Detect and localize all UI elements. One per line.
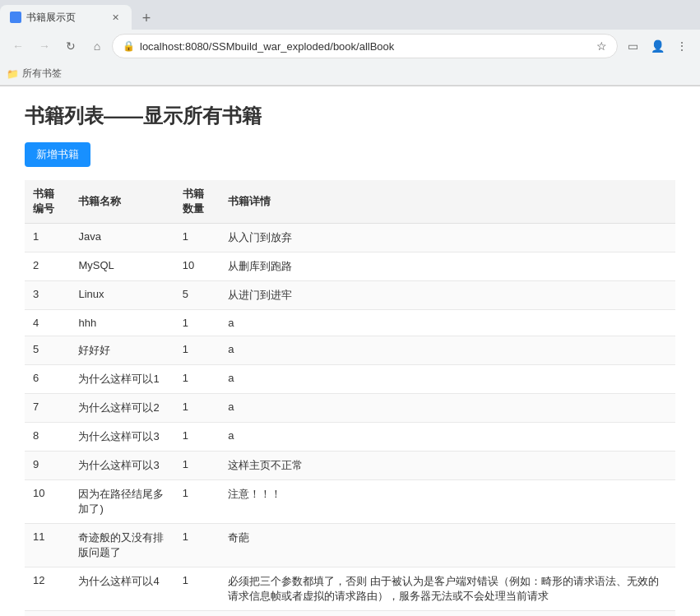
table-row: 2MySQL10从删库到跑路 xyxy=(25,252,675,281)
col-header-id: 书籍编号 xyxy=(25,180,70,224)
table-body: 1Java1从入门到放弃2MySQL10从删库到跑路3Linux5从进门到进牢4… xyxy=(25,224,675,617)
cell-count: 1 xyxy=(174,567,220,611)
back-button[interactable]: ← xyxy=(7,35,30,58)
cell-name: 为什么这样可以2 xyxy=(70,394,174,423)
cell-count: 5 xyxy=(174,281,220,310)
table-row: 9为什么这样可以31这样主页不正常 xyxy=(25,452,675,480)
table-row: 3Linux5从进门到进牢 xyxy=(25,281,675,310)
cell-detail: 奇葩 xyxy=(220,524,675,567)
cell-detail: a xyxy=(220,394,675,423)
url-input[interactable] xyxy=(140,40,591,53)
bookmark-bar: 📁 所有书签 xyxy=(0,63,700,86)
cell-detail: 从删库到跑路 xyxy=(220,252,675,281)
header-row: 书籍编号 书籍名称 书籍数量 书籍详情 xyxy=(25,180,675,224)
folder-icon: 📁 xyxy=(7,68,19,80)
table-row: 6为什么这样可以11a xyxy=(25,365,675,394)
cell-id: 13 xyxy=(25,611,70,617)
active-tab[interactable]: 书籍展示页 ✕ xyxy=(0,5,132,30)
home-button[interactable]: ⌂ xyxy=(86,35,109,58)
cell-id: 11 xyxy=(25,524,70,567)
table-row: 11奇迹般的又没有排版问题了1奇葩 xyxy=(25,524,675,567)
table-row: 138:521可以的 xyxy=(25,611,675,617)
cell-detail: 可以的 xyxy=(220,611,675,617)
cell-count: 1 xyxy=(174,480,220,524)
books-table: 书籍编号 书籍名称 书籍数量 书籍详情 1Java1从入门到放弃2MySQL10… xyxy=(25,180,675,616)
table-header: 书籍编号 书籍名称 书籍数量 书籍详情 xyxy=(25,180,675,224)
cell-id: 4 xyxy=(25,310,70,336)
cell-name: MySQL xyxy=(70,252,174,281)
cell-name: Java xyxy=(70,224,174,252)
tab-label: 书籍展示页 xyxy=(26,11,76,25)
cell-id: 7 xyxy=(25,394,70,423)
tab-bar: 书籍展示页 ✕ + xyxy=(0,0,700,30)
table-row: 4hhh1a xyxy=(25,310,675,336)
cell-count: 1 xyxy=(174,423,220,452)
cell-id: 8 xyxy=(25,423,70,452)
cell-name: 奇迹般的又没有排版问题了 xyxy=(70,524,174,567)
cell-detail: a xyxy=(220,336,675,365)
cell-count: 1 xyxy=(174,394,220,423)
page-title: 书籍列表——显示所有书籍 xyxy=(25,103,675,129)
cell-detail: 从进门到进牢 xyxy=(220,281,675,310)
forward-button[interactable]: → xyxy=(33,35,56,58)
tab-close-button[interactable]: ✕ xyxy=(109,11,122,24)
lock-icon: 🔒 xyxy=(123,40,135,52)
cell-name: Linux xyxy=(70,281,174,310)
nav-right-buttons: ▭ 👤 ⋮ xyxy=(621,35,693,58)
browser-chrome: 书籍展示页 ✕ + ← → ↻ ⌂ 🔒 ☆ ▭ 👤 ⋮ 📁 所有书签 xyxy=(0,0,700,86)
cell-id: 10 xyxy=(25,480,70,524)
table-row: 1Java1从入门到放弃 xyxy=(25,224,675,252)
table-row: 7为什么这样可以21a xyxy=(25,394,675,423)
cell-detail: a xyxy=(220,423,675,452)
tab-favicon xyxy=(10,12,21,23)
menu-button[interactable]: ⋮ xyxy=(670,35,693,58)
cell-name: hhh xyxy=(70,310,174,336)
nav-bar: ← → ↻ ⌂ 🔒 ☆ ▭ 👤 ⋮ xyxy=(0,30,700,63)
cell-id: 12 xyxy=(25,567,70,611)
cell-id: 2 xyxy=(25,252,70,281)
cell-id: 6 xyxy=(25,365,70,394)
col-header-name: 书籍名称 xyxy=(70,180,174,224)
cell-name: 因为在路径结尾多加了) xyxy=(70,480,174,524)
cell-count: 1 xyxy=(174,310,220,336)
extensions-button[interactable]: ▭ xyxy=(621,35,644,58)
profile-button[interactable]: 👤 xyxy=(646,35,669,58)
col-header-detail: 书籍详情 xyxy=(220,180,675,224)
cell-name: 为什么这样可以3 xyxy=(70,423,174,452)
cell-id: 3 xyxy=(25,281,70,310)
cell-id: 9 xyxy=(25,452,70,480)
cell-count: 1 xyxy=(174,524,220,567)
page-content: 书籍列表——显示所有书籍 新增书籍 书籍编号 书籍名称 书籍数量 书籍详情 1J… xyxy=(0,86,700,616)
cell-detail: 必须把三个参数都填了，否则 由于被认为是客户端对错误（例如：畸形的请求语法、无效… xyxy=(220,567,675,611)
cell-detail: 注意！！！ xyxy=(220,480,675,524)
cell-name: 好好好 xyxy=(70,336,174,365)
cell-name: 为什么这样可以1 xyxy=(70,365,174,394)
table-row: 5好好好1a xyxy=(25,336,675,365)
cell-detail: 从入门到放弃 xyxy=(220,224,675,252)
add-book-button[interactable]: 新增书籍 xyxy=(25,142,90,167)
cell-count: 1 xyxy=(174,611,220,617)
cell-count: 10 xyxy=(174,252,220,281)
cell-count: 1 xyxy=(174,336,220,365)
cell-name: 8:52 xyxy=(70,611,174,617)
cell-id: 1 xyxy=(25,224,70,252)
col-header-count: 书籍数量 xyxy=(174,180,220,224)
cell-detail: a xyxy=(220,365,675,394)
address-bar: 🔒 ☆ xyxy=(112,34,618,58)
cell-count: 1 xyxy=(174,224,220,252)
bookmark-star-icon[interactable]: ☆ xyxy=(596,39,607,53)
cell-detail: 这样主页不正常 xyxy=(220,452,675,480)
cell-count: 1 xyxy=(174,365,220,394)
table-row: 8为什么这样可以31a xyxy=(25,423,675,452)
bookmark-label[interactable]: 所有书签 xyxy=(22,67,62,81)
new-tab-button[interactable]: + xyxy=(135,7,158,30)
cell-detail: a xyxy=(220,310,675,336)
cell-name: 为什么这样可以4 xyxy=(70,567,174,611)
cell-count: 1 xyxy=(174,452,220,480)
cell-name: 为什么这样可以3 xyxy=(70,452,174,480)
cell-id: 5 xyxy=(25,336,70,365)
refresh-button[interactable]: ↻ xyxy=(59,35,82,58)
table-row: 12为什么这样可以41必须把三个参数都填了，否则 由于被认为是客户端对错误（例如… xyxy=(25,567,675,611)
table-row: 10因为在路径结尾多加了)1注意！！！ xyxy=(25,480,675,524)
